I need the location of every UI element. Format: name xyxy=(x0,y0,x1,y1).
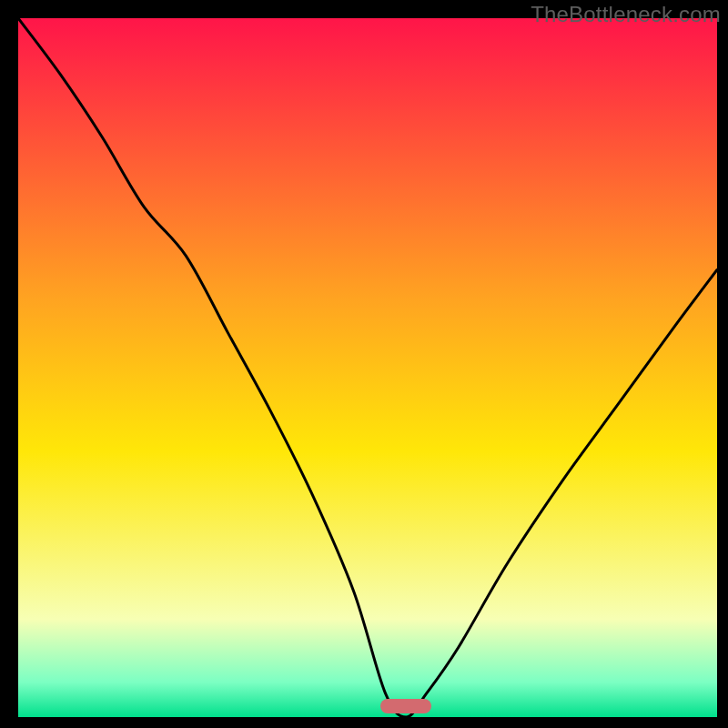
plot-svg xyxy=(18,18,717,717)
plot-area xyxy=(18,18,717,717)
gradient-background xyxy=(18,18,717,717)
chart-canvas: TheBottleneck.com xyxy=(0,0,728,728)
watermark-text: TheBottleneck.com xyxy=(531,2,721,27)
optimal-marker xyxy=(380,699,431,713)
